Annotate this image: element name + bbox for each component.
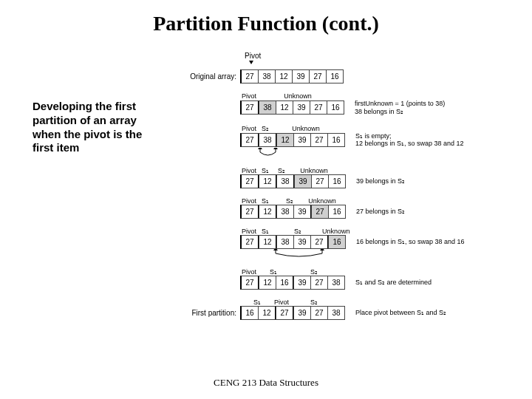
array-cell: 39 — [293, 306, 311, 320]
swap-arrow-icon — [181, 149, 491, 158]
array-cell: 27 — [240, 174, 259, 188]
row-label: First partition: — [181, 309, 241, 317]
array-cell: 12 — [259, 174, 277, 188]
array-cell: 12 — [259, 276, 276, 290]
svg-marker-2 — [273, 249, 278, 250]
region-label: Unknown — [322, 228, 338, 235]
partition-step: PivotS₁S₂Unknown27123839271627 belongs i… — [181, 196, 491, 219]
partition-step: PivotS₂Unknown273812392716S₁ is empty; 1… — [181, 123, 491, 159]
array-cell: 27 — [309, 69, 327, 83]
array-cell: 38 — [276, 174, 295, 188]
array-cell: 39 — [293, 100, 310, 115]
region-label: Pivot — [241, 167, 257, 174]
region-label: Pivot — [241, 228, 257, 235]
array-cell: 27 — [310, 100, 327, 115]
array-cell: 27 — [240, 276, 259, 290]
array-cell: 16 — [327, 133, 345, 147]
region-label: S₂ — [273, 228, 322, 235]
array-cell: 27 — [240, 205, 259, 219]
array-cell: 27 — [311, 205, 329, 219]
pivot-label: Pivot — [245, 52, 261, 60]
partition-step: PivotS₁S₂271216392738S₁ and S₂ are deter… — [181, 267, 491, 290]
region-label: S₁ — [257, 268, 290, 276]
array-cell: 27 — [240, 133, 259, 147]
array-cell: 16 — [276, 276, 294, 290]
region-label: S₂ — [257, 125, 273, 132]
array-cell: 27 — [310, 133, 328, 147]
array-cell: 27 — [311, 174, 329, 188]
slide-title: Partition Function (cont.) — [0, 12, 532, 35]
region-label: S₂ — [290, 268, 338, 276]
step-annotation: 16 belongs in S₁, so swap 38 and 16 — [346, 238, 467, 246]
region-label: S₁ — [257, 167, 273, 174]
region-label: Pivot — [241, 197, 257, 205]
region-label: Unknown — [273, 125, 338, 132]
step-annotation: Place pivot between S₁ and S₂ — [345, 309, 466, 317]
swap-arrow-icon — [181, 250, 491, 259]
partition-step: PivotUnknown273812392716firstUnknown = 1… — [181, 91, 491, 116]
partition-diagram: Pivot Original array:273812392716PivotUn… — [181, 52, 491, 327]
array-cell: 16 — [326, 69, 344, 83]
caption-text: Developing the first partition of an arr… — [33, 100, 169, 155]
step-annotation: S₁ is empty; 12 belongs in S₁, so swap 3… — [345, 132, 466, 149]
step-annotation: 39 belongs in S₂ — [346, 177, 467, 185]
region-label: Unknown — [306, 197, 338, 205]
array-cell: 27 — [240, 69, 259, 83]
svg-marker-3 — [320, 249, 324, 250]
array-cell: 12 — [276, 133, 294, 147]
region-label: Pivot — [241, 92, 257, 100]
partition-step: Original array:273812392716 — [181, 69, 491, 83]
region-label: Unknown — [257, 92, 338, 100]
region-label: S₂ — [290, 299, 338, 306]
array-cell: 27 — [310, 276, 328, 290]
array-cell: 27 — [310, 235, 329, 249]
partition-step: PivotS₁S₂Unknown27123839271616 belongs i… — [181, 226, 491, 259]
step-annotation: S₁ and S₂ are determined — [345, 279, 466, 287]
array-cell: 12 — [259, 205, 277, 219]
arrow-down-icon — [249, 61, 253, 64]
array-cell: 39 — [293, 205, 312, 219]
array-cell: 12 — [275, 69, 293, 83]
array-cell: 39 — [292, 69, 310, 83]
array-cell: 38 — [276, 235, 294, 249]
array-cell: 27 — [276, 306, 294, 320]
array-cell: 38 — [259, 100, 276, 115]
array-cell: 16 — [328, 205, 346, 219]
region-label: Pivot — [241, 268, 257, 276]
array-cell: 27 — [240, 235, 259, 249]
array-cell: 39 — [294, 174, 312, 188]
array-cell: 39 — [293, 235, 311, 249]
array-cell: 38 — [327, 276, 345, 290]
array-cell: 16 — [328, 174, 346, 188]
array-cell: 12 — [276, 100, 293, 115]
region-label: Unknown — [290, 167, 338, 174]
region-label: S₁ — [257, 228, 273, 235]
region-label: Pivot — [273, 299, 290, 306]
array-cell: 16 — [327, 100, 344, 115]
array-cell: 38 — [327, 306, 345, 320]
svg-marker-1 — [273, 148, 278, 149]
array-cell: 38 — [258, 69, 276, 83]
array-cell: 27 — [240, 100, 259, 115]
footer-text: CENG 213 Data Structures — [0, 377, 532, 389]
partition-step: S₁PivotS₂First partition:161227392738Pla… — [181, 297, 491, 320]
region-label: S₂ — [273, 197, 306, 205]
svg-marker-0 — [258, 148, 262, 149]
array-cell: 12 — [259, 235, 277, 249]
partition-step: PivotS₁S₂Unknown27123839271639 belongs i… — [181, 166, 491, 188]
region-label: Pivot — [241, 125, 257, 132]
array-cell: 38 — [259, 133, 277, 147]
region-label: S₁ — [241, 299, 273, 306]
array-cell: 12 — [258, 306, 276, 320]
array-cell: 39 — [293, 133, 311, 147]
row-label: Original array: — [181, 72, 241, 81]
region-label: S₁ — [257, 197, 273, 205]
array-cell: 38 — [276, 205, 294, 219]
array-cell: 27 — [310, 306, 328, 320]
region-label: S₂ — [273, 167, 290, 174]
array-cell: 16 — [240, 306, 259, 320]
step-annotation: 27 belongs in S₂ — [346, 208, 467, 216]
array-cell: 39 — [293, 276, 311, 290]
step-annotation: firstUnknown = 1 (points to 38) 38 belon… — [344, 100, 466, 116]
array-cell: 16 — [328, 235, 346, 249]
